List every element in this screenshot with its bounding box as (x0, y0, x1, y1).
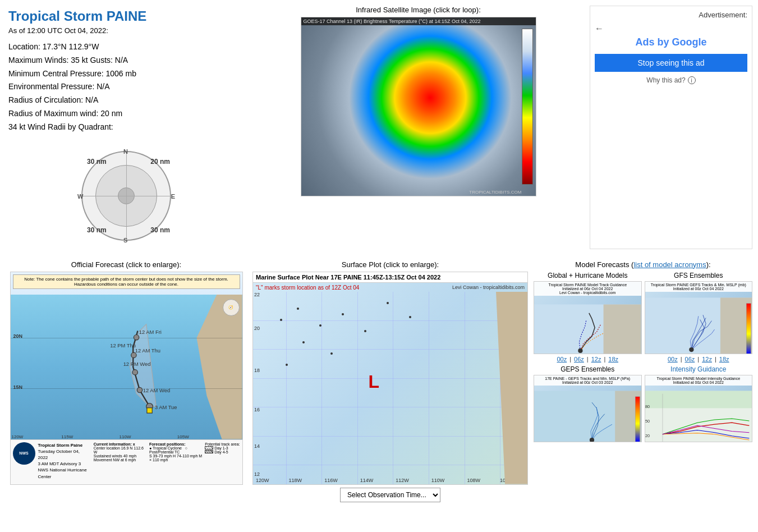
svg-text:12 AM Wed: 12 AM Wed (143, 387, 169, 393)
forecast-center-loc: Center location 16.9 N 112.6 W (94, 446, 146, 454)
global-18z-link[interactable]: 18z (608, 356, 618, 363)
forecast-current-label: Current information: x (94, 442, 135, 446)
why-ad-text: Why this ad? (646, 76, 685, 84)
global-06z-link[interactable]: 06z (574, 356, 584, 363)
forecast-current-info: Current information: x Center location 1… (94, 442, 146, 482)
lon-120w: 120W (12, 434, 24, 439)
max-winds-line: Maximum Winds: 35 kt Gusts: N/A (8, 54, 244, 67)
satellite-header-bar: GOES-17 Channel 13 (IR) Brightness Tempe… (301, 17, 536, 25)
svg-text:80: 80 (645, 404, 650, 409)
global-model-title: Global + Hurricane Models (548, 272, 627, 279)
intensity-model-header: Tropical Storm PAINE Model Intensity Gui… (645, 375, 752, 386)
global-12z-link[interactable]: 12z (591, 356, 601, 363)
global-model-image[interactable]: Tropical Storm PAINE Model Track Guidanc… (534, 281, 642, 354)
satellite-title: Infrared Satellite Image (click for loop… (356, 6, 481, 14)
lon-108w-s: 108W (467, 478, 480, 483)
lon-105w: 105W (177, 434, 189, 439)
svg-point-22 (409, 316, 411, 318)
model-title-suffix: ): (706, 260, 711, 269)
gefs-model-header: Tropical Storm PAINE GEFS Tracks & Min. … (645, 282, 752, 292)
gefs-18z-link[interactable]: 18z (719, 356, 729, 363)
stop-seeing-ad-button[interactable]: Stop seeing this ad (595, 54, 747, 72)
compass-e: E (171, 193, 175, 200)
satellite-panel[interactable]: Infrared Satellite Image (click for loop… (252, 6, 584, 249)
noaa-logo: NWS (13, 442, 35, 465)
surface-time-select[interactable]: Select Observation Time... (340, 488, 440, 502)
svg-point-18 (302, 341, 305, 343)
svg-point-14 (297, 308, 299, 310)
surface-image[interactable]: Marine Surface Plot Near 17E PAINE 11:45… (252, 272, 528, 485)
svg-point-25 (578, 348, 582, 352)
surface-header: Marine Surface Plot Near 17E PAINE 11:45… (253, 272, 527, 283)
forecast-sustained: Sustained winds 40 mph (94, 454, 146, 458)
svg-point-17 (364, 330, 366, 332)
compass-w: W (77, 193, 83, 200)
lon-116w-s: 116W (324, 478, 338, 483)
surface-subheader: "L" marks storm location as of 12Z Oct 0… (256, 285, 359, 291)
intensity-title: Intensity Guidance (670, 365, 726, 373)
satellite-img-bg (301, 17, 536, 196)
forecast-storm-name: Tropical Storm Paine (38, 443, 83, 448)
surface-title: Surface Plot (click to enlarge): (342, 260, 439, 269)
model-title-prefix: Model Forecasts ( (575, 260, 633, 269)
geps-svg (534, 387, 641, 442)
mini-compass: 🧭 (223, 299, 240, 316)
svg-text:12 AM Thu: 12 AM Thu (135, 348, 160, 354)
lon-110w-s: 110W (431, 478, 445, 483)
global-00z-link[interactable]: 00z (557, 356, 567, 363)
forecast-positions: Forecast positions: ● Tropical Cyclone ○… (149, 442, 202, 482)
gefs-06z-link[interactable]: 06z (685, 356, 695, 363)
geps-model-header: 17E PAINE - GEPS Tracks and Min. MSLP (h… (534, 375, 641, 386)
ad-back-button[interactable]: ← (595, 24, 604, 34)
ad-panel: Advertisement: ← Ads by Google Stop seei… (590, 6, 752, 249)
global-hurricane-model-item: Global + Hurricane Models Tropical Storm… (534, 272, 642, 363)
env-pressure-line: Environmental Pressure: N/A (8, 80, 244, 94)
lon-118w-s: 118W (289, 478, 302, 483)
forecast-image[interactable]: Note: The cone contains the probable pat… (10, 272, 243, 485)
wind-radii-compass: 30 nm 20 nm 30 nm 30 nm N S W E (76, 145, 177, 246)
info-panel: Tropical Storm PAINE As of 12:00 UTC Oct… (6, 6, 247, 249)
model-bottom-row: GEPS Ensembles 17E PAINE - GEPS Tracks a… (534, 365, 752, 442)
model-acronyms-link[interactable]: list of model acronyms (633, 260, 706, 269)
svg-point-3 (132, 369, 137, 374)
why-this-ad[interactable]: Why this ad? i (646, 76, 695, 84)
forecast-title: Official Forecast (click to enlarge): (71, 260, 181, 269)
svg-text:3 AM Tue: 3 AM Tue (154, 405, 177, 410)
storm-details: Location: 17.3°N 112.9°W Maximum Winds: … (8, 40, 244, 134)
compass-s: S (123, 237, 127, 244)
track-cone-svg: 3 AM Tue 12 AM Wed 12 PM Wed 12 AM Thu 1… (11, 295, 242, 439)
ads-by-text: Ads by (635, 36, 669, 48)
compass-sw-label: 30 nm (87, 226, 107, 234)
satellite-image[interactable]: GOES-17 Channel 13 (IR) Brightness Tempe… (301, 17, 536, 196)
svg-text:12 AM Fri: 12 AM Fri (139, 329, 161, 335)
svg-text:50: 50 (645, 419, 650, 424)
satellite-color-scale (522, 29, 533, 185)
svg-point-5 (134, 334, 139, 340)
wind-radii-label: 34 kt Wind Radii by Quadrant: (8, 121, 244, 134)
forecast-advisory: 3 AM MDT Advisory 3 (38, 461, 91, 467)
svg-point-20 (286, 364, 288, 366)
bottom-section: Official Forecast (click to enlarge): No… (0, 255, 758, 508)
compass-ne-label: 20 nm (150, 158, 170, 166)
gefs-12z-link[interactable]: 12z (702, 356, 712, 363)
forecast-nws: NWS National Hurricane Center (38, 467, 91, 479)
geps-title: GEPS Ensembles (561, 365, 614, 373)
svg-point-13 (280, 319, 282, 321)
lon-110w: 110W (120, 434, 131, 439)
why-ad-info-icon: i (688, 76, 696, 84)
gefs-00z-link[interactable]: 00z (668, 356, 678, 363)
satellite-source: TROPICALTIDIBITS.COM (469, 190, 521, 195)
gefs-model-image[interactable]: Tropical Storm PAINE GEFS Tracks & Min. … (645, 281, 753, 354)
gefs-title: GFS Ensembles (674, 272, 723, 279)
model-top-row: Global + Hurricane Models Tropical Storm… (534, 272, 752, 363)
geps-model-image[interactable]: 17E PAINE - GEPS Tracks and Min. MSLP (h… (534, 375, 642, 442)
forecast-movement: Movement NW at 6 mph (94, 458, 146, 462)
intensity-model-image[interactable]: Tropical Storm PAINE Model Intensity Gui… (645, 375, 753, 442)
svg-point-21 (387, 302, 389, 304)
svg-text:12 PM Wed: 12 PM Wed (123, 361, 150, 366)
forecast-map-bg: 20N 15N (11, 295, 242, 439)
global-model-svg (534, 297, 641, 354)
svg-point-19 (330, 352, 333, 355)
compass-se-label: 30 nm (150, 226, 170, 234)
top-section: Tropical Storm PAINE As of 12:00 UTC Oct… (0, 0, 758, 255)
